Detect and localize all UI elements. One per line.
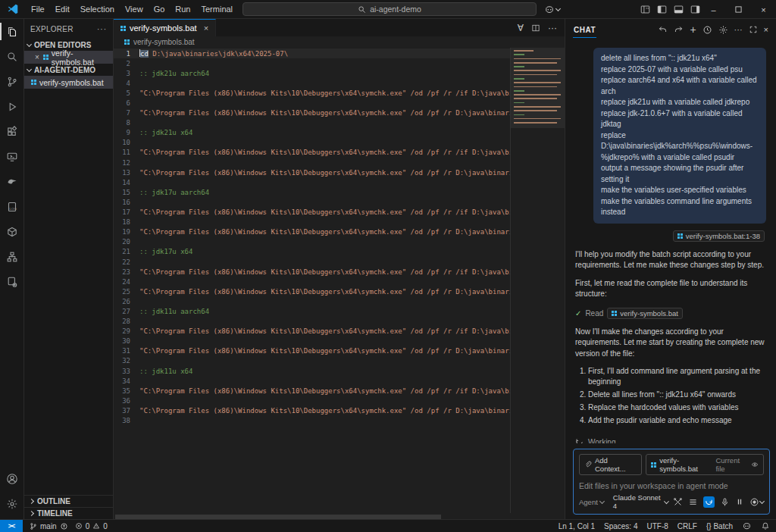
toggle-primary-sidebar-icon[interactable] bbox=[657, 5, 667, 14]
run-debug-activity-button[interactable] bbox=[0, 94, 23, 119]
menu-edit[interactable]: Edit bbox=[50, 0, 75, 18]
code-text: :: jdk11u aarch64 bbox=[139, 308, 209, 315]
status-utf-8[interactable]: UTF-8 bbox=[647, 522, 668, 530]
tab-verify-symbols[interactable]: verify-symbols.bat × bbox=[114, 19, 216, 36]
outline-section[interactable]: OUTLINE bbox=[24, 495, 113, 507]
menu-go[interactable]: Go bbox=[149, 0, 171, 18]
notifications-bell-icon[interactable] bbox=[761, 521, 770, 530]
minimap-slider[interactable] bbox=[511, 48, 565, 128]
microphone-icon[interactable] bbox=[720, 497, 730, 507]
code-line: 34 bbox=[114, 376, 510, 386]
close-tab-icon[interactable]: × bbox=[204, 23, 208, 33]
expand-chat-icon[interactable] bbox=[749, 25, 758, 34]
open-changes-icon[interactable]: ∀ bbox=[518, 23, 524, 33]
send-button[interactable] bbox=[749, 497, 764, 507]
tree-filename: verify-symbols.bat bbox=[39, 78, 104, 87]
container-activity-button[interactable] bbox=[0, 219, 23, 244]
hierarchy-activity-button[interactable] bbox=[0, 244, 23, 269]
log-viewer-activity-button[interactable]: LOG bbox=[0, 194, 23, 219]
code-text: :: jdk21u aarch64 bbox=[139, 70, 209, 77]
timeline-label: TIMELINE bbox=[37, 509, 73, 518]
remote-indicator[interactable]: >< bbox=[0, 520, 23, 532]
code-line: 38 bbox=[114, 415, 510, 425]
menu-selection[interactable]: Selection bbox=[75, 0, 120, 18]
current-file-note: Current file bbox=[715, 456, 748, 473]
auto-approve-toggle-icon[interactable] bbox=[703, 496, 715, 508]
redo-icon[interactable] bbox=[674, 25, 684, 35]
open-editor-item[interactable]: × verify-symbols.bat bbox=[24, 51, 113, 64]
batch-file-icon bbox=[124, 39, 130, 45]
close-chat-icon[interactable]: × bbox=[764, 25, 768, 34]
command-center-search[interactable]: ai-agent-demo bbox=[242, 2, 537, 16]
close-editor-icon[interactable]: × bbox=[35, 53, 39, 61]
tree-file-item[interactable]: verify-symbols.bat bbox=[24, 76, 113, 89]
status-batch[interactable]: {} Batch bbox=[706, 522, 733, 530]
eye-icon[interactable] bbox=[751, 461, 759, 468]
bird-extension-activity-button[interactable] bbox=[0, 169, 23, 194]
list-icon[interactable] bbox=[688, 497, 698, 507]
copilot-menu[interactable] bbox=[544, 0, 560, 19]
copilot-status-icon[interactable] bbox=[742, 521, 752, 531]
line-number: 17 bbox=[114, 208, 139, 216]
add-context-button[interactable]: Add Context... bbox=[579, 454, 642, 475]
code-text: "C:\Program Files (x86)\Windows Kits\10\… bbox=[139, 228, 510, 236]
chat-message-input[interactable] bbox=[579, 481, 764, 490]
account-activity-button[interactable] bbox=[0, 466, 23, 491]
new-chat-icon[interactable]: + bbox=[690, 26, 696, 33]
status-spaces-4[interactable]: Spaces: 4 bbox=[604, 522, 637, 530]
vscode-window: FileEditSelectionViewGoRunTerminalHelp ←… bbox=[0, 0, 776, 532]
close-button[interactable]: × bbox=[751, 0, 776, 19]
breadcrumb[interactable]: verify-symbols.bat bbox=[114, 36, 565, 48]
code-line: 37"C:\Program Files (x86)\Windows Kits\1… bbox=[114, 405, 510, 415]
settings-gear-activity-button[interactable] bbox=[0, 491, 23, 516]
explorer-more-actions-icon[interactable]: ··· bbox=[97, 25, 107, 33]
sync-icon[interactable] bbox=[60, 522, 68, 530]
menu-file[interactable]: File bbox=[26, 0, 50, 18]
read-file-label: verify-symbols.bat bbox=[620, 309, 678, 318]
source-control-activity-button[interactable] bbox=[0, 69, 23, 94]
code-text: "C:\Program Files (x86)\Windows Kits\10\… bbox=[139, 327, 510, 335]
line-number: 27 bbox=[114, 308, 139, 315]
extensions-activity-button[interactable] bbox=[0, 119, 23, 144]
history-icon[interactable] bbox=[702, 25, 712, 35]
minimap[interactable] bbox=[510, 48, 565, 513]
menu-terminal[interactable]: Terminal bbox=[196, 0, 239, 18]
line-number: 25 bbox=[114, 288, 139, 296]
chevron-down-icon bbox=[664, 499, 669, 504]
minimize-button[interactable]: – bbox=[701, 0, 726, 19]
toggle-secondary-sidebar-icon[interactable] bbox=[690, 5, 700, 14]
runner-settings-activity-button[interactable] bbox=[0, 269, 23, 294]
explorer-activity-button[interactable] bbox=[0, 19, 23, 44]
customize-layout-icon[interactable] bbox=[640, 5, 650, 14]
undo-icon[interactable] bbox=[658, 25, 668, 35]
problems-item[interactable]: 0 0 bbox=[75, 522, 108, 530]
toggle-panel-icon[interactable] bbox=[674, 5, 684, 14]
git-branch-item[interactable]: main bbox=[30, 522, 68, 530]
title-bar: FileEditSelectionViewGoRunTerminalHelp ←… bbox=[0, 0, 776, 19]
remote-explorer-activity-button[interactable] bbox=[0, 144, 23, 169]
menu-run[interactable]: Run bbox=[170, 0, 196, 18]
tool-read-row: ✓ Read verify-symbols.bat bbox=[575, 308, 766, 319]
pause-icon[interactable] bbox=[735, 497, 744, 506]
tools-icon[interactable] bbox=[673, 497, 683, 507]
chat-settings-gear-icon[interactable] bbox=[718, 25, 728, 35]
chat-more-actions-icon[interactable]: ··· bbox=[734, 25, 743, 34]
code-line: 27:: jdk11u aarch64 bbox=[114, 306, 510, 316]
agent-mode-dropdown[interactable]: Agent bbox=[579, 498, 604, 506]
timeline-section[interactable]: TIMELINE bbox=[24, 507, 113, 519]
read-file-chip[interactable]: verify-symbols.bat bbox=[607, 308, 683, 319]
current-file-chip[interactable]: verify-symbols.bat Current file bbox=[646, 454, 764, 475]
status-crlf[interactable]: CRLF bbox=[677, 522, 697, 530]
status-ln-1-col-1[interactable]: Ln 1, Col 1 bbox=[559, 522, 595, 530]
maximize-button[interactable] bbox=[726, 0, 751, 19]
search-activity-button[interactable] bbox=[0, 44, 23, 69]
split-editor-icon[interactable] bbox=[531, 23, 540, 33]
chevron-right-icon bbox=[29, 511, 34, 516]
menu-view[interactable]: View bbox=[120, 0, 149, 18]
chat-input-box[interactable]: Add Context... verify-symbols.bat Curren… bbox=[573, 449, 770, 515]
code-editor[interactable]: 1cd D:\java\binaries\jdk\x64\2025-07\23:… bbox=[114, 48, 565, 513]
model-dropdown[interactable]: Claude Sonnet 4 bbox=[613, 493, 668, 510]
file-reference-chip[interactable]: verify-symbols.bat:1-38 bbox=[673, 230, 765, 242]
chat-tab[interactable]: CHAT bbox=[573, 21, 596, 38]
editor-more-actions-icon[interactable]: ··· bbox=[548, 23, 557, 33]
